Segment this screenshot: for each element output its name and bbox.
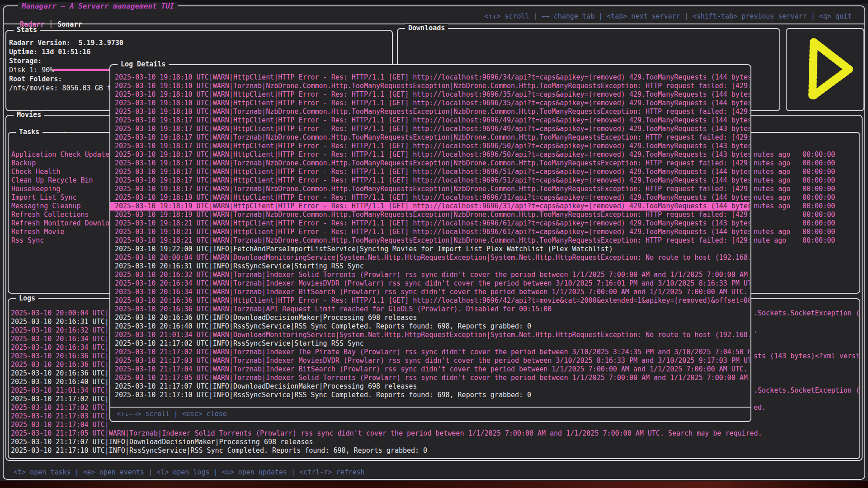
- desktop-bottom-strip: [0, 481, 868, 488]
- log-detail-row[interactable]: 2025-03-10 19:18:17 UTC|WARN|HttpClient|…: [115, 168, 750, 176]
- log-detail-row[interactable]: 2025-03-10 19:18:19 UTC|WARN|HttpClient|…: [115, 193, 750, 202]
- log-list-row[interactable]: 2025-03-10 21:17:05 UTC|WARN|Torznab|Ind…: [9, 429, 859, 438]
- downloads-panel-title: Downloads: [405, 24, 448, 33]
- log-detail-row[interactable]: 2025-03-10 20:16:34 UTC|WARN|Torznab|Ind…: [115, 288, 750, 296]
- log-details-modal: Log Details 2025-03-10 19:18:10 UTC|WARN…: [109, 64, 751, 422]
- log-list-row[interactable]: 2025-03-10 21:17:07 UTC|INFO|DownloadDec…: [9, 438, 859, 446]
- disk-usage-gauge: [53, 69, 110, 71]
- tasks-panel-title: Tasks: [16, 128, 42, 136]
- log-detail-row[interactable]: 2025-03-10 20:16:36 UTC|INFO|DownloadDec…: [115, 314, 750, 322]
- log-detail-row[interactable]: 2025-03-10 20:16:32 UTC|WARN|Torznab|Ind…: [115, 271, 750, 279]
- tab-separator: │: [44, 20, 57, 28]
- log-detail-row[interactable]: 2025-03-10 19:18:10 UTC|WARN|Torznab|Nzb…: [115, 82, 750, 90]
- log-detail-row[interactable]: 2025-03-10 19:18:10 UTC|WARN|HttpClient|…: [115, 99, 750, 108]
- log-list-row[interactable]: 2025-03-10 21:17:10 UTC|INFO|RssSyncServ…: [9, 446, 859, 455]
- movies-panel-title: Movies: [14, 111, 44, 119]
- stats-uptime: Uptime: 13d 01:51:16: [9, 48, 91, 56]
- log-detail-row[interactable]: 2025-03-10 19:18:17 UTC|WARN|Torznab|Nzb…: [115, 159, 750, 168]
- log-detail-row[interactable]: 2025-03-10 19:18:21 UTC|WARN|HttpClient|…: [115, 219, 750, 228]
- log-detail-row[interactable]: 2025-03-10 21:17:03 UTC|WARN|Torznab|Ind…: [115, 357, 750, 365]
- log-detail-row[interactable]: 2025-03-10 19:18:17 UTC|WARN|HttpClient|…: [115, 116, 750, 125]
- managarr-play-logo-icon: [792, 33, 860, 106]
- bottom-keybindings: <t> open tasks | <e> open events | <l> o…: [14, 468, 365, 477]
- stats-disk-label: Disk 1: 90%: [9, 66, 54, 75]
- log-detail-row[interactable]: 2025-03-10 19:18:17 UTC|WARN|Torznab|Nzb…: [115, 133, 750, 142]
- stats-root-folder-value: /nfs/movies: 8056.03 GB f: [9, 84, 111, 93]
- log-detail-row[interactable]: 2025-03-10 19:18:10 UTC|WARN|HttpClient|…: [115, 73, 750, 82]
- logo-panel: [786, 28, 864, 111]
- log-detail-row[interactable]: 2025-03-10 20:00:04 UTC|WARN|DownloadMon…: [115, 253, 750, 262]
- log-detail-row[interactable]: 2025-03-10 19:18:19 UTC|WARN|Torznab|Nzb…: [115, 211, 750, 219]
- log-detail-row[interactable]: 2025-03-10 21:17:05 UTC|WARN|Torznab|Ind…: [115, 374, 750, 382]
- tab-radarr[interactable]: Radarr: [20, 20, 44, 28]
- stats-version-line: Radarr Version:5.19.3.9730: [9, 39, 123, 47]
- tab-sonarr[interactable]: Sonarr: [57, 20, 82, 28]
- log-detail-row[interactable]: 2025-03-10 21:17:02 UTC|WARN|Torznab|Ind…: [115, 348, 750, 357]
- stats-root-folders-label: Root Folders:: [9, 75, 62, 84]
- log-detail-row[interactable]: 2025-03-10 19:18:17 UTC|WARN|HttpClient|…: [115, 150, 750, 159]
- log-detail-row[interactable]: 2025-03-10 21:17:04 UTC|WARN|Torznab|Ind…: [115, 365, 750, 374]
- log-detail-row[interactable]: 2025-03-10 20:16:36 UTC|WARN|Torznab|API…: [115, 305, 750, 314]
- stats-storage-label: Storage:: [9, 57, 42, 66]
- log-detail-row[interactable]: 2025-03-10 19:18:17 UTC|WARN|Torznab|Nzb…: [115, 185, 750, 193]
- log-detail-row[interactable]: 2025-03-10 20:16:40 UTC|INFO|RssSyncServ…: [115, 322, 750, 331]
- stats-version-label: Radarr Version:: [9, 39, 70, 47]
- log-detail-row[interactable]: 2025-03-10 19:18:10 UTC|WARN|HttpClient|…: [115, 90, 750, 99]
- app-title: Managarr – A Servarr management TUI: [18, 2, 178, 10]
- log-detail-row[interactable]: 2025-03-10 19:18:17 UTC|WARN|HttpClient|…: [115, 176, 750, 185]
- log-detail-row[interactable]: 2025-03-10 20:16:31 UTC|INFO|RssSyncServ…: [115, 262, 750, 271]
- log-detail-row[interactable]: 2025-03-10 20:16:36 UTC|WARN|HttpClient|…: [115, 296, 750, 305]
- log-modal-keybindings: <↑↓←→> scroll | <esc> close: [110, 407, 750, 421]
- log-detail-row[interactable]: 2025-03-10 21:17:02 UTC|INFO|RssSyncServ…: [115, 339, 750, 348]
- log-detail-row[interactable]: 2025-03-10 19:18:10 UTC|WARN|Torznab|Nzb…: [115, 108, 750, 116]
- log-detail-row[interactable]: 2025-03-10 21:01:34 UTC|WARN|DownloadMon…: [115, 331, 750, 339]
- log-detail-row[interactable]: 2025-03-10 19:18:21 UTC|WARN|Torznab|Nzb…: [115, 236, 750, 245]
- logs-panel-title: Logs: [16, 294, 38, 303]
- log-detail-row[interactable]: 2025-03-10 19:18:17 UTC|WARN|HttpClient|…: [115, 142, 750, 150]
- log-detail-row[interactable]: 2025-03-10 19:22:00 UTC|INFO|FetchAndPar…: [115, 245, 750, 253]
- log-detail-row[interactable]: 2025-03-10 19:18:21 UTC|WARN|HttpClient|…: [115, 228, 750, 236]
- log-detail-row[interactable]: 2025-03-10 20:16:34 UTC|WARN|Torznab|Ind…: [115, 279, 750, 288]
- top-keybindings: <↑↓> scroll | ←→ change tab | <tab> next…: [484, 12, 852, 21]
- log-modal-rows: 2025-03-10 19:18:10 UTC|WARN|HttpClient|…: [115, 73, 750, 399]
- stats-version-value: 5.19.3.9730: [70, 39, 123, 47]
- log-detail-row-selected[interactable]: 2025-03-10 19:18:19 UTC|WARN|HttpClient|…: [110, 202, 750, 211]
- log-modal-title: Log Details: [118, 60, 169, 69]
- log-detail-row[interactable]: 2025-03-10 21:17:07 UTC|INFO|DownloadDec…: [115, 382, 750, 391]
- log-detail-row[interactable]: 2025-03-10 19:18:17 UTC|WARN|HttpClient|…: [115, 125, 750, 133]
- log-detail-row[interactable]: 2025-03-10 21:17:10 UTC|INFO|RssSyncServ…: [115, 391, 750, 399]
- servarr-tabs: Radarr│Sonarr: [12, 12, 82, 29]
